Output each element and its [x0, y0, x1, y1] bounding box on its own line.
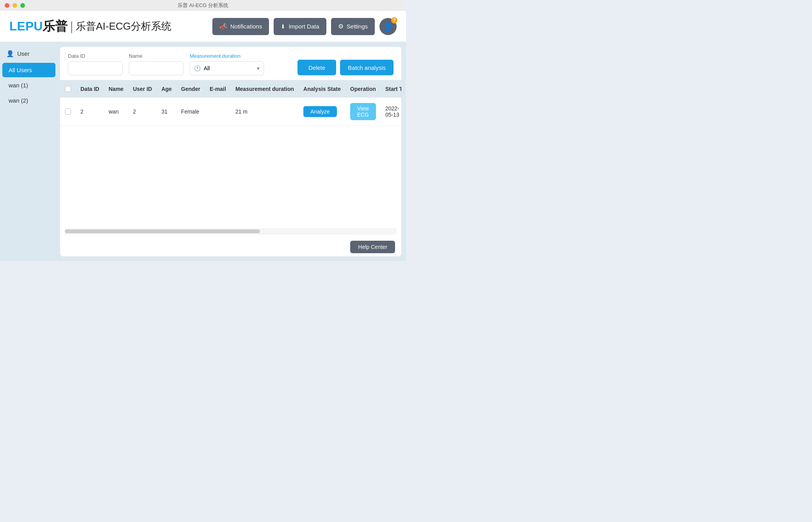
- analyze-button[interactable]: Analyze: [303, 106, 337, 117]
- sidebar-section-label: User: [17, 50, 30, 57]
- th-measurement-duration: Measurement duration: [231, 80, 299, 98]
- avatar-button[interactable]: ?: [379, 18, 397, 35]
- cell-name: wan: [104, 98, 128, 126]
- data-id-filter-group: Data ID: [68, 53, 123, 75]
- settings-label: Settings: [347, 23, 368, 30]
- data-table: Data ID Name User ID Age Gender E-mail M…: [60, 80, 401, 126]
- th-start-t: Start T: [381, 80, 401, 98]
- sidebar-header: User: [0, 47, 58, 62]
- duration-label: Measurement duration: [190, 53, 264, 59]
- settings-icon: [338, 23, 344, 30]
- import-data-button[interactable]: Import Data: [274, 18, 326, 35]
- th-analysis-state: Analysis State: [299, 80, 345, 98]
- cell-data-id: 2: [76, 98, 104, 126]
- name-filter-group: Name: [129, 53, 183, 75]
- avatar-icon: [383, 22, 393, 31]
- delete-button[interactable]: Delete: [297, 60, 336, 75]
- view-ecg-button[interactable]: View ECG: [350, 103, 376, 120]
- cell-operation: View ECG: [345, 98, 381, 126]
- header-actions: Notifications Import Data Settings ?: [212, 18, 397, 35]
- app-header: LEPU 乐普 | 乐普AI-ECG分析系统 Notifications Imp…: [0, 11, 406, 42]
- name-input[interactable]: [129, 61, 183, 75]
- import-data-label: Import Data: [288, 23, 319, 30]
- th-age: Age: [157, 80, 176, 98]
- table-body: 2 wan 2 31 Female 21 m Analyze View ECG …: [60, 98, 401, 126]
- duration-value: All: [204, 65, 210, 71]
- logo-subtitle: 乐普AI-ECG分析系统: [76, 20, 172, 33]
- th-operation: Operation: [345, 80, 381, 98]
- content-area: Data ID Name Measurement duration All ▾ …: [60, 47, 401, 256]
- maximize-button[interactable]: [20, 3, 25, 8]
- th-name: Name: [104, 80, 128, 98]
- duration-select[interactable]: All ▾: [190, 61, 264, 75]
- table-header-row: Data ID Name User ID Age Gender E-mail M…: [60, 80, 401, 98]
- sidebar-item-all-users[interactable]: All Users: [2, 63, 55, 77]
- logo-divider: |: [70, 19, 73, 34]
- name-label: Name: [129, 53, 183, 59]
- clock-icon: [194, 65, 201, 71]
- action-buttons: Delete Batch analysis: [297, 60, 394, 75]
- row-checkbox[interactable]: [65, 108, 71, 115]
- help-center-button[interactable]: Help Center: [350, 241, 395, 253]
- filter-bar: Data ID Name Measurement duration All ▾ …: [60, 47, 401, 80]
- th-user-id: User ID: [128, 80, 157, 98]
- bell-icon: [219, 23, 227, 30]
- table-container: Data ID Name User ID Age Gender E-mail M…: [60, 80, 401, 228]
- scroll-thumb[interactable]: [65, 229, 260, 233]
- duration-filter-group: Measurement duration All ▾: [190, 53, 264, 75]
- th-data-id: Data ID: [76, 80, 104, 98]
- cell-measurement-duration: 21 m: [231, 98, 299, 126]
- cell-gender: Female: [176, 98, 205, 126]
- cell-email: [205, 98, 231, 126]
- import-icon: [281, 23, 285, 30]
- title-bar: 乐普 AI-ECG 分析系统: [0, 0, 406, 11]
- chevron-down-icon: ▾: [257, 65, 260, 71]
- avatar-badge: ?: [391, 17, 397, 23]
- horizontal-scrollbar[interactable]: [65, 228, 397, 234]
- logo-area: LEPU 乐普 | 乐普AI-ECG分析系统: [9, 18, 171, 35]
- close-button[interactable]: [5, 3, 9, 8]
- th-email: E-mail: [205, 80, 231, 98]
- th-checkbox: [60, 80, 76, 98]
- th-gender: Gender: [176, 80, 205, 98]
- batch-analysis-button[interactable]: Batch analysis: [340, 60, 394, 75]
- cell-user-id: 2: [128, 98, 157, 126]
- minimize-button[interactable]: [12, 3, 17, 8]
- data-id-label: Data ID: [68, 53, 123, 59]
- select-all-checkbox[interactable]: [65, 86, 71, 92]
- settings-button[interactable]: Settings: [331, 18, 375, 35]
- data-id-input[interactable]: [68, 61, 123, 75]
- window-controls[interactable]: [5, 3, 25, 8]
- main-layout: User All Users wan (1) wan (2) Data ID N…: [0, 42, 406, 261]
- table-row: 2 wan 2 31 Female 21 m Analyze View ECG …: [60, 98, 401, 126]
- window-title: 乐普 AI-ECG 分析系统: [178, 2, 228, 9]
- cell-analysis-state: Analyze: [299, 98, 345, 126]
- sidebar-item-wan2[interactable]: wan (2): [2, 93, 55, 108]
- notifications-label: Notifications: [230, 23, 262, 30]
- notifications-button[interactable]: Notifications: [212, 18, 269, 35]
- cell-age: 31: [157, 98, 176, 126]
- cell-start-t: 2022-05-13: [381, 98, 401, 126]
- logo-lepu-en: LEPU: [9, 19, 43, 34]
- logo-lepu-cn: 乐普: [43, 18, 68, 35]
- footer: Help Center: [60, 238, 401, 256]
- cell-checkbox: [60, 98, 76, 126]
- sidebar: User All Users wan (1) wan (2): [0, 42, 58, 261]
- user-icon: [6, 50, 14, 57]
- sidebar-item-wan1[interactable]: wan (1): [2, 78, 55, 92]
